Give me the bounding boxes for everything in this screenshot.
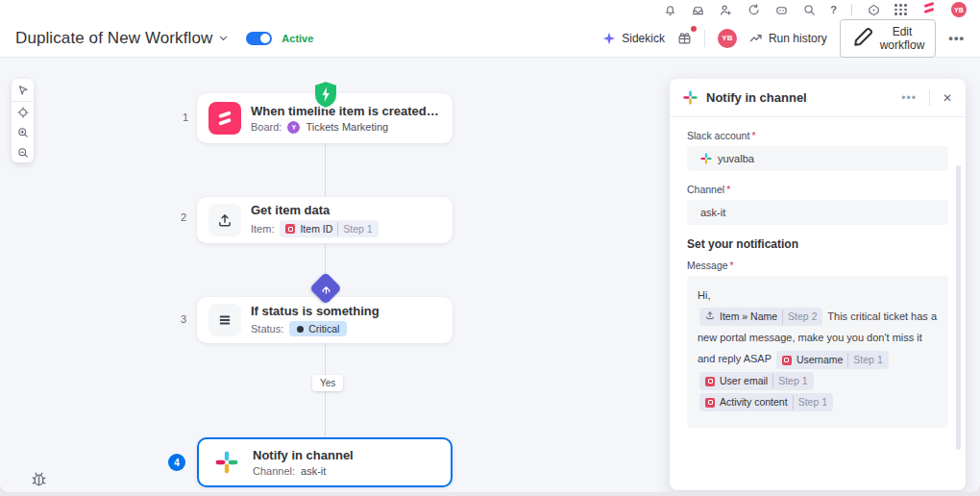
- workflow-canvas[interactable]: 1 When timeline item is created in … Boa…: [0, 58, 980, 492]
- chevron-down-icon[interactable]: [218, 33, 229, 43]
- required-asterisk: *: [730, 260, 734, 271]
- node-1-field-value: Tickets Marketing: [306, 121, 388, 133]
- column-icon: [782, 356, 792, 365]
- gift-button[interactable]: [677, 31, 692, 45]
- monday-app-icon: [208, 102, 241, 135]
- required-asterisk: *: [751, 130, 755, 141]
- search-icon[interactable]: [802, 3, 816, 16]
- notification-section-title: Set your notification: [687, 237, 948, 251]
- node-1-number: 1: [179, 112, 192, 123]
- sidekick-button[interactable]: Sidekick: [602, 32, 665, 45]
- select-cursor-tool[interactable]: [12, 79, 34, 102]
- more-options-button[interactable]: •••: [948, 31, 965, 45]
- zoom-in-tool[interactable]: [12, 122, 34, 142]
- panel-scrollbar[interactable]: [956, 165, 961, 450]
- token-step: Step 1: [772, 374, 807, 388]
- status-dot-icon: [297, 326, 304, 333]
- required-asterisk: *: [726, 184, 730, 195]
- node-condition-card[interactable]: If status is something Status: Critical: [197, 297, 453, 343]
- node-3-field-label: Status:: [251, 323, 283, 335]
- panel-close-button[interactable]: ✕: [943, 91, 952, 105]
- gift-icon: [677, 31, 692, 45]
- run-history-button[interactable]: Run history: [749, 32, 827, 45]
- user-email-token[interactable]: User email Step 1: [699, 372, 814, 390]
- workflow-header: Duplicate of New Workflow Active Sidekic…: [0, 19, 980, 58]
- product-badge-icon[interactable]: [867, 3, 880, 16]
- node-config-panel: Notify in channel ••• ✕ Slack account* y…: [670, 79, 966, 490]
- token-step: Step 2: [782, 310, 817, 324]
- message-line1: Hi,: [698, 289, 710, 301]
- critical-status-token[interactable]: Critical: [289, 321, 347, 336]
- board-avatar: Y: [287, 121, 300, 134]
- trend-icon: [749, 32, 763, 45]
- status-rows-icon: [208, 304, 241, 336]
- notifications-bell-icon[interactable]: [663, 3, 676, 16]
- item-name-token[interactable]: Item » Name Step 2: [699, 308, 822, 326]
- node-2-title: Get item data: [251, 203, 379, 217]
- status-value: Critical: [308, 323, 339, 335]
- node-2-number: 2: [177, 211, 190, 223]
- notification-dot: [691, 26, 697, 32]
- node-notify-in-channel-card[interactable]: Notify in channel Channel: ask-it: [197, 437, 453, 487]
- node-get-item-data-card[interactable]: Get item data Item: Item ID Step 1: [197, 197, 453, 243]
- activity-content-token[interactable]: Activity content Step 1: [699, 393, 833, 411]
- channel-input[interactable]: ask-it: [687, 200, 948, 225]
- edit-workflow-label: Edit workflow: [880, 25, 925, 52]
- edit-workflow-button[interactable]: Edit workflow: [840, 19, 937, 58]
- token-name: Item » Name: [720, 310, 777, 324]
- workflow-app: ? YB Duplicate of New Workflow Active Si…: [0, 0, 980, 492]
- node-3-title: If status is something: [251, 304, 380, 318]
- upload-icon: [705, 310, 715, 324]
- condition-branch-icon: [310, 273, 341, 304]
- node-1-field-label: Board:: [251, 121, 282, 133]
- debug-bug-icon[interactable]: [29, 469, 49, 492]
- token-name: Item ID: [300, 222, 332, 236]
- item-id-token[interactable]: Item ID Step 1: [280, 220, 378, 238]
- slack-account-input[interactable]: yuvalba: [687, 146, 948, 171]
- help-icon[interactable]: ?: [830, 4, 837, 15]
- panel-body: Slack account* yuvalba Channel* ask-it S…: [670, 117, 966, 490]
- apps-grid-icon[interactable]: [894, 4, 907, 15]
- item-id-column-icon: [285, 224, 295, 234]
- user-avatar[interactable]: YB: [951, 2, 967, 17]
- message-editor[interactable]: Hi, Item » Name Step 2 This critical tic…: [687, 276, 948, 428]
- recenter-tool[interactable]: [12, 102, 34, 122]
- upload-icon: [208, 204, 241, 236]
- node-4-field-label: Channel:: [253, 465, 295, 477]
- token-name: User email: [720, 374, 768, 388]
- node-4-title: Notify in channel: [253, 448, 354, 462]
- slack-icon: [683, 90, 698, 105]
- panel-menu-button[interactable]: •••: [901, 91, 917, 105]
- node-4-field-value: ask-it: [301, 465, 326, 477]
- global-topbar: ? YB: [0, 0, 980, 19]
- node-2-field-label: Item:: [251, 223, 274, 235]
- pencil-icon: [851, 26, 874, 49]
- column-icon: [705, 377, 715, 386]
- marketplace-icon[interactable]: [774, 3, 788, 16]
- updates-feed-icon[interactable]: [747, 3, 760, 16]
- node-1-title: When timeline item is created in …: [251, 104, 441, 118]
- slack-account-label: Slack account: [687, 130, 749, 141]
- workflow-title[interactable]: Duplicate of New Workflow: [15, 29, 212, 48]
- slack-icon: [210, 446, 243, 479]
- channel-value: ask-it: [700, 207, 725, 218]
- inbox-icon[interactable]: [691, 3, 704, 16]
- node-4-number-badge: 4: [168, 454, 185, 471]
- token-name: Username: [796, 353, 843, 367]
- token-name: Activity content: [720, 395, 788, 409]
- topbar-divider: [851, 4, 852, 15]
- invite-members-icon[interactable]: [719, 3, 732, 16]
- monday-logo-icon[interactable]: [921, 0, 937, 19]
- zoom-out-tool[interactable]: [12, 142, 34, 162]
- active-toggle[interactable]: [246, 32, 272, 45]
- panel-header-divider: [929, 90, 930, 106]
- username-token[interactable]: Username Step 1: [776, 351, 889, 369]
- trigger-shield-icon: [312, 80, 339, 110]
- token-step: Step 1: [793, 395, 827, 409]
- user-avatar[interactable]: YB: [718, 29, 737, 48]
- token-step: Step 1: [337, 222, 372, 236]
- message-label: Message: [687, 260, 728, 271]
- node-3-number: 3: [177, 313, 190, 325]
- canvas-toolbar: [12, 79, 34, 162]
- slack-account-value: yuvalba: [718, 153, 754, 164]
